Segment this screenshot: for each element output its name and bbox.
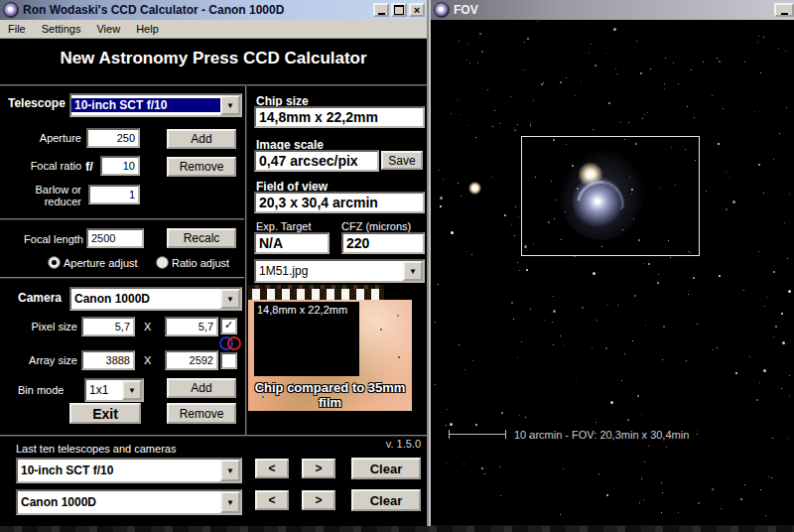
star [518,216,519,217]
star [566,77,567,78]
aperture-input[interactable]: 250 [86,128,140,148]
chevron-down-icon[interactable]: ▼ [220,95,240,115]
exit-button[interactable]: Exit [69,403,141,424]
history-camera-combobox[interactable]: Canon 1000D ▼ [16,489,242,515]
star [596,422,596,423]
history-camera-prev-button[interactable]: < [255,490,289,510]
bin-mode-combobox[interactable]: 1x1 ▼ [84,378,144,402]
star [749,356,750,357]
star [764,306,765,307]
star [471,254,472,255]
sample-image-combobox[interactable]: 1M51.jpg ▼ [254,259,425,283]
star [673,63,674,64]
star [719,61,721,63]
camera-combobox[interactable]: Canon 1000D ▼ [69,287,242,311]
star [721,508,722,509]
star [443,179,444,180]
star [662,492,663,493]
star [703,62,704,63]
menu-file[interactable]: File [0,22,34,36]
history-telescope-clear-button[interactable]: Clear [351,458,421,479]
history-camera-next-button[interactable]: > [302,490,335,510]
star [613,28,616,31]
maximize-button[interactable] [391,3,407,17]
menu-view[interactable]: View [88,22,128,36]
star [525,417,526,418]
aperture-adjust-radio[interactable] [48,256,61,269]
image-scale-value[interactable]: 0,47 arcsec/pix [254,150,379,172]
telescope-add-button[interactable]: Add [167,129,236,149]
star [517,357,518,358]
menu-settings[interactable]: Settings [34,22,89,36]
history-label: Last ten telescopes and cameras [16,443,176,455]
star [642,118,643,119]
telescope-remove-button[interactable]: Remove [167,157,236,177]
star [595,65,596,66]
minimize-icon [781,13,788,15]
close-button[interactable]: × [409,3,425,17]
star [582,307,584,309]
aspect-link-icon[interactable] [219,336,239,348]
recalc-button[interactable]: Recalc [167,228,236,248]
chevron-down-icon[interactable]: ▼ [220,491,240,513]
history-telescope-next-button[interactable]: > [302,459,335,478]
star [458,99,459,100]
divider [245,84,247,435]
scale-bar-tick [449,430,450,439]
pixel-link-checkbox[interactable]: ✓ [220,318,237,334]
star [772,438,773,439]
star [615,68,616,69]
telescope-combobox[interactable]: 10-inch SCT f/10 ▼ [69,93,242,117]
star [438,284,439,285]
array-link-checkbox[interactable] [220,352,237,369]
telescope-label: Telescope [8,96,66,110]
star [640,72,642,74]
array-size-x-input[interactable]: 3888 [81,350,135,370]
menu-help[interactable]: Help [128,22,167,36]
fov-minimize-button[interactable] [774,3,794,17]
film-notch [384,285,412,300]
focal-ratio-input[interactable]: 10 [100,156,140,176]
exp-target-label: Exp. Target [256,220,311,232]
star [467,44,468,45]
focal-length-input[interactable]: 2500 [86,228,144,248]
star [763,193,764,194]
chevron-down-icon[interactable]: ▼ [220,289,240,309]
star [517,124,518,125]
ratio-adjust-radio[interactable] [156,256,169,269]
pixel-size-x-input[interactable]: 5,7 [81,317,135,336]
camera-add-button[interactable]: Add [167,378,236,398]
cfz-value[interactable]: 220 [341,232,425,254]
chevron-down-icon[interactable]: ▼ [403,261,423,281]
star [499,466,500,467]
minimize-button[interactable] [373,3,389,17]
star [644,462,645,463]
star [726,208,728,210]
exp-target-value[interactable]: N/A [254,232,330,254]
star [560,335,561,336]
history-camera-clear-button[interactable]: Clear [351,489,421,511]
save-button[interactable]: Save [381,151,423,170]
star [781,388,782,389]
pixel-size-y-input[interactable]: 5,7 [165,317,218,336]
barlow-input[interactable]: 1 [88,185,140,204]
array-size-y-input[interactable]: 2592 [165,350,218,370]
camera-remove-button[interactable]: Remove [167,403,236,424]
fov-titlebar[interactable]: FOV [431,0,794,20]
menubar: File Settings View Help [0,20,427,39]
chip-overlay-rectangle: 14,8mm x 22,2mm [254,302,359,376]
field-of-view-value[interactable]: 20,3 x 30,4 arcmin [254,192,425,213]
chip-size-value[interactable]: 14,8mm x 22,2mm [254,106,425,128]
star [744,484,745,485]
scale-bar-tick [505,430,506,439]
star [743,290,744,291]
chevron-down-icon[interactable]: ▼ [220,460,240,481]
star [698,502,700,504]
star [519,415,520,416]
star [639,502,640,503]
history-telescope-prev-button[interactable]: < [255,459,289,478]
history-telescope-combobox[interactable]: 10-inch SCT f/10 ▼ [16,458,242,483]
star [511,224,512,225]
chevron-down-icon[interactable]: ▼ [122,380,142,400]
calculator-titlebar[interactable]: Ron Wodaski's CCD Calculator - Canon 100… [0,0,427,20]
